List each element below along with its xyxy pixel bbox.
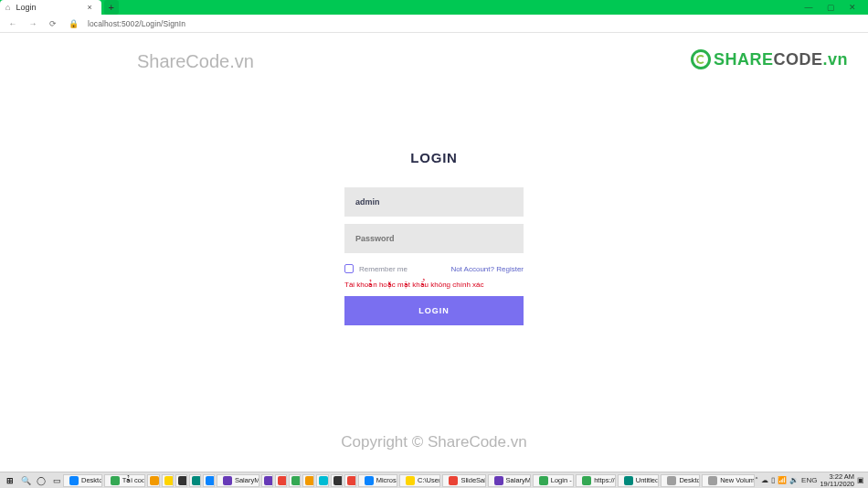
taskbar-item-icon xyxy=(582,476,591,485)
browser-address-bar: ← → ⟳ 🔒 localhost:5002/Login/SignIn xyxy=(0,15,868,33)
taskbar-item-icon xyxy=(347,476,356,485)
taskbar-item[interactable] xyxy=(275,474,287,487)
home-icon: ⌂ xyxy=(5,3,10,12)
close-icon[interactable]: × xyxy=(87,3,91,12)
remember-checkbox[interactable] xyxy=(344,264,354,273)
watermark-bottom: Copyright © ShareCode.vn xyxy=(341,433,526,451)
taskbar-item-icon xyxy=(264,476,273,485)
close-window-icon[interactable]: ✕ xyxy=(848,3,857,12)
reload-icon[interactable]: ⟳ xyxy=(48,19,58,28)
taskbar-item-icon xyxy=(291,476,301,485)
taskbar-item-icon xyxy=(449,476,458,485)
browser-title-bar: ⌂ Login × + — ▢ ✕ xyxy=(0,0,868,15)
remember-row: Remember me Not Account? Register xyxy=(344,264,524,273)
taskbar-item-icon xyxy=(164,476,174,485)
taskbar-item[interactable] xyxy=(147,474,159,487)
taskbar-item-label: SalaryM... xyxy=(235,476,259,484)
taskbar-item[interactable] xyxy=(261,474,273,487)
taskbar-item-icon xyxy=(624,476,633,485)
taskbar-item[interactable] xyxy=(175,474,187,487)
taskbar-item[interactable]: Desktop xyxy=(63,474,102,487)
taskbar-item-label: Desktop xyxy=(81,476,102,484)
taskbar-item-icon xyxy=(667,476,676,485)
taskbar-item[interactable] xyxy=(302,474,314,487)
taskbar-item-icon xyxy=(365,476,374,485)
username-input[interactable] xyxy=(344,187,524,217)
lock-icon: 🔒 xyxy=(68,19,79,28)
taskbar-item-label: SalaryM... xyxy=(506,476,531,484)
login-form: LOGIN Remember me Not Account? Register … xyxy=(344,150,524,325)
taskbar-item-icon xyxy=(333,476,343,485)
cortana-icon[interactable]: ◯ xyxy=(35,474,48,487)
login-title: LOGIN xyxy=(344,150,524,165)
watermark-top: ShareCode.vn xyxy=(137,51,254,72)
taskbar-item[interactable] xyxy=(189,474,201,487)
taskbar-item[interactable]: Untitled... xyxy=(618,474,660,487)
taskbar-item-label: SlideSal... xyxy=(460,476,485,484)
new-tab-button[interactable]: + xyxy=(104,0,119,15)
taskbar-items: DesktopTải cod...SalaryM...Micros...C:\U… xyxy=(63,474,755,487)
taskbar-item-icon xyxy=(319,476,328,485)
tray-cloud-icon[interactable]: ☁ xyxy=(761,476,768,484)
taskbar-item[interactable]: Desktop xyxy=(661,474,700,487)
taskbar-item-icon xyxy=(406,476,415,485)
taskbar-item[interactable]: Micros... xyxy=(358,474,397,487)
maximize-icon[interactable]: ▢ xyxy=(826,3,835,12)
taskbar-item[interactable] xyxy=(162,474,174,487)
sharecode-logo-text: SHARECODE.vn xyxy=(714,50,848,69)
browser-tab[interactable]: ⌂ Login × xyxy=(0,0,101,15)
taskbar-item-icon xyxy=(278,476,287,485)
taskbar-item-label: C:\User... xyxy=(418,476,440,484)
taskbar-item[interactable]: https://... xyxy=(576,474,616,487)
url-text[interactable]: localhost:5002/Login/SignIn xyxy=(88,19,185,28)
tray-battery-icon[interactable]: ▯ xyxy=(771,476,775,484)
login-button[interactable]: LOGIN xyxy=(344,296,524,325)
taskbar-item-label: Micros... xyxy=(376,476,397,484)
taskbar-item-label: Tải cod... xyxy=(122,476,146,484)
start-button[interactable]: ⊞ xyxy=(4,474,16,487)
remember-label: Remember me xyxy=(359,265,408,273)
taskbar-item-label: New Volume (D:) xyxy=(720,476,755,484)
page-content: ShareCode.vn SHARECODE.vn Copyright © Sh… xyxy=(0,33,868,472)
tray-lang[interactable]: ENG xyxy=(801,476,817,484)
taskbar-item[interactable] xyxy=(203,474,215,487)
forward-icon[interactable]: → xyxy=(27,19,38,28)
taskbar-item[interactable] xyxy=(289,474,301,487)
taskbar-item[interactable]: SalaryM... xyxy=(217,474,259,487)
taskbar-clock[interactable]: 3:22 AM 19/11/2020 xyxy=(820,473,854,488)
taskbar-item-icon xyxy=(111,476,120,485)
register-link[interactable]: Not Account? Register xyxy=(450,265,524,273)
task-view-icon[interactable]: ▭ xyxy=(50,474,63,487)
taskbar-item-label: Login - ... xyxy=(551,476,574,484)
back-icon[interactable]: ← xyxy=(7,19,18,28)
taskbar-item-icon xyxy=(305,476,314,485)
taskbar-item[interactable]: SlideSal... xyxy=(442,474,485,487)
taskbar-item-label: Desktop xyxy=(679,476,700,484)
taskbar-item[interactable]: SalaryM... xyxy=(488,474,531,487)
taskbar-item-label: https://... xyxy=(594,476,616,484)
password-input[interactable] xyxy=(344,224,524,253)
taskbar-item[interactable] xyxy=(344,474,356,487)
taskbar-item[interactable]: Login - ... xyxy=(533,474,574,487)
minimize-icon[interactable]: — xyxy=(804,3,813,12)
notifications-icon[interactable]: ▣ xyxy=(857,476,864,484)
taskbar-item[interactable]: C:\User... xyxy=(399,474,440,487)
window-controls: — ▢ ✕ xyxy=(793,0,868,15)
tray-volume-icon[interactable]: 🔉 xyxy=(789,476,799,484)
taskbar: ⊞ 🔍 ◯ ▭ DesktopTải cod...SalaryM...Micro… xyxy=(0,472,868,488)
taskbar-item-icon xyxy=(206,476,215,485)
taskbar-item[interactable] xyxy=(316,474,328,487)
tray-chevron-icon[interactable]: ˄ xyxy=(755,476,758,484)
taskbar-item-icon xyxy=(192,476,201,485)
taskbar-item[interactable]: New Volume (D:) xyxy=(702,474,755,487)
taskbar-item[interactable] xyxy=(331,474,343,487)
search-icon[interactable]: 🔍 xyxy=(19,474,32,487)
taskbar-item-icon xyxy=(150,476,159,485)
watermark-logo: SHARECODE.vn xyxy=(691,49,848,69)
taskbar-item-icon xyxy=(708,476,717,485)
tray-wifi-icon[interactable]: 📶 xyxy=(778,476,787,484)
taskbar-item-icon xyxy=(178,476,187,485)
taskbar-item[interactable]: Tải cod... xyxy=(104,474,146,487)
tab-title: Login xyxy=(16,3,36,12)
taskbar-item-icon xyxy=(539,476,548,485)
